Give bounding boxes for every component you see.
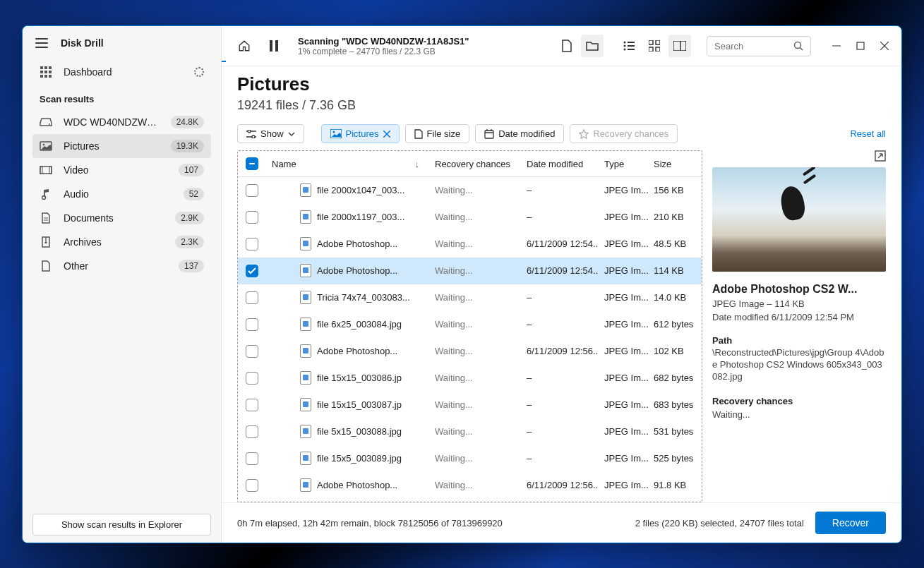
show-in-explorer-button[interactable]: Show scan results in Explorer <box>32 514 211 536</box>
table-row[interactable]: file 2000x1047_003... Waiting... – JPEG … <box>238 177 702 204</box>
svg-rect-14 <box>49 167 52 174</box>
sidebar-item-audio[interactable]: Audio 52 <box>32 182 211 206</box>
archive-icon <box>40 236 52 248</box>
sidebar-item-archives[interactable]: Archives 2.3K <box>32 230 211 254</box>
footer-selection-status: 2 files (220 KB) selected, 24707 files t… <box>635 518 804 528</box>
search-box[interactable] <box>707 36 811 56</box>
svg-rect-1 <box>44 66 47 69</box>
main: Scanning "WDC WD40NDZW-11A8JS1" 1% compl… <box>222 26 901 543</box>
row-checkbox[interactable] <box>246 184 258 197</box>
file-type-icon <box>300 237 311 250</box>
table-row[interactable]: Adobe Photoshop... Waiting... 6/11/2009 … <box>238 231 702 258</box>
column-name-label: Name <box>272 159 296 169</box>
split-view-button[interactable] <box>668 35 691 57</box>
column-type[interactable]: Type <box>599 151 648 176</box>
expand-preview-button[interactable] <box>875 150 886 162</box>
grid-view-button[interactable] <box>643 35 666 57</box>
file-name: file 2000x1197_003... <box>317 212 404 222</box>
table-row[interactable]: file 6x25_003084.jpg Waiting... – JPEG I… <box>238 311 702 338</box>
recovery-cell: Waiting... <box>429 338 521 364</box>
table-row[interactable]: file 15x15_003087.jp Waiting... – JPEG I… <box>238 392 702 418</box>
row-checkbox[interactable] <box>246 318 258 331</box>
file-view-button[interactable] <box>556 35 578 57</box>
recover-button[interactable]: Recover <box>815 512 886 534</box>
pause-button[interactable] <box>263 35 285 57</box>
svg-rect-0 <box>40 66 43 69</box>
sidebar-item-label: WDC WD40NDZW-11... <box>64 116 160 128</box>
size-cell: 531 bytes <box>648 418 702 445</box>
drive-icon <box>40 116 52 128</box>
svg-rect-22 <box>275 40 278 52</box>
row-checkbox[interactable] <box>246 479 258 492</box>
table-row[interactable]: Adobe Photoshop... Waiting... 6/11/2009 … <box>238 338 702 365</box>
column-recovery[interactable]: Recovery chances <box>429 151 521 176</box>
type-cell: JPEG Im... <box>599 472 648 498</box>
column-size[interactable]: Size <box>648 151 702 176</box>
home-button[interactable] <box>233 35 256 57</box>
toolbar: Scanning "WDC WD40NDZW-11A8JS1" 1% compl… <box>222 26 901 66</box>
table-row[interactable]: Adobe Photoshop... Waiting... 6/11/2009 … <box>238 258 702 284</box>
size-cell: 91.8 KB <box>648 472 702 498</box>
minimize-button[interactable] <box>831 40 842 52</box>
table-row[interactable]: file 2000x1197_003... Waiting... – JPEG … <box>238 204 702 231</box>
reset-all-link[interactable]: Reset all <box>850 128 886 139</box>
sidebar-item-label: Pictures <box>64 140 160 152</box>
row-checkbox[interactable] <box>246 452 258 465</box>
date-cell: – <box>521 311 599 337</box>
table-row[interactable]: file 5x15_003088.jpg Waiting... – JPEG I… <box>238 418 702 445</box>
svg-point-35 <box>795 42 801 49</box>
close-icon[interactable] <box>383 131 390 138</box>
sidebar-item-documents[interactable]: Documents 2.9K <box>32 206 211 230</box>
close-button[interactable] <box>879 40 890 52</box>
page-title: Pictures <box>237 73 886 95</box>
sidebar-section-label: Scan results <box>32 84 211 110</box>
filter-recovery[interactable]: Recovery chances <box>570 124 678 143</box>
nav-dashboard[interactable]: Dashboard <box>32 60 211 84</box>
row-checkbox[interactable] <box>246 425 258 438</box>
svg-rect-24 <box>628 42 635 43</box>
file-table: Name ↓ Recovery chances Date modified Ty… <box>237 150 702 502</box>
row-checkbox[interactable] <box>246 345 258 358</box>
table-row[interactable]: Adobe Photoshop... Waiting... 6/11/2009 … <box>238 472 702 499</box>
svg-point-27 <box>624 49 626 51</box>
sidebar-nav: Dashboard Scan results WDC WD40NDZW-11..… <box>23 57 221 281</box>
file-type-icon <box>300 291 311 304</box>
search-icon <box>793 41 803 51</box>
sidebar-item-other[interactable]: Other 137 <box>32 254 211 278</box>
file-type-icon <box>300 344 311 358</box>
loading-spinner-icon <box>194 67 204 77</box>
hamburger-icon[interactable] <box>35 38 48 48</box>
maximize-button[interactable] <box>855 40 866 52</box>
row-checkbox[interactable] <box>246 265 258 277</box>
table-row[interactable]: Tricia 74x74_003083... Waiting... – JPEG… <box>238 284 702 311</box>
sidebar-item-count: 137 <box>179 260 204 272</box>
svg-point-44 <box>252 135 255 138</box>
filter-datemodified[interactable]: Date modified <box>475 124 564 143</box>
row-checkbox[interactable] <box>246 372 258 385</box>
row-checkbox[interactable] <box>246 399 258 411</box>
column-date[interactable]: Date modified <box>521 151 599 176</box>
date-cell: 6/11/2009 12:54... <box>521 258 599 284</box>
sidebar-item-video[interactable]: Video 107 <box>32 158 211 182</box>
filter-filesize[interactable]: File size <box>405 124 470 143</box>
table-row[interactable]: file 15x15_003086.jp Waiting... – JPEG I… <box>238 365 702 392</box>
svg-point-25 <box>624 45 626 47</box>
row-checkbox[interactable] <box>246 211 258 224</box>
show-label: Show <box>260 128 284 139</box>
table-row[interactable]: file 15x5_003089.jpg Waiting... – JPEG I… <box>238 445 702 472</box>
row-checkbox[interactable] <box>246 291 258 304</box>
sidebar-item-wdc-wd40ndzw-11-[interactable]: WDC WD40NDZW-11... 24.8K <box>32 110 211 134</box>
sidebar-item-pictures[interactable]: Pictures 19.3K <box>32 134 211 158</box>
table-row[interactable]: file 565x120_00309... Waiting... – JPEG … <box>238 499 702 502</box>
show-dropdown[interactable]: Show <box>237 124 304 143</box>
folder-view-button[interactable] <box>581 35 604 57</box>
table-body[interactable]: file 2000x1047_003... Waiting... – JPEG … <box>238 177 702 502</box>
row-checkbox[interactable] <box>246 238 258 250</box>
search-input[interactable] <box>714 41 785 52</box>
list-view-button[interactable] <box>618 35 640 57</box>
recovery-cell: Waiting... <box>429 392 521 418</box>
sidebar-item-count: 107 <box>179 164 204 176</box>
filter-pictures[interactable]: Pictures <box>321 124 400 143</box>
select-all-checkbox[interactable] <box>246 157 258 170</box>
column-name[interactable]: Name ↓ <box>266 151 429 176</box>
